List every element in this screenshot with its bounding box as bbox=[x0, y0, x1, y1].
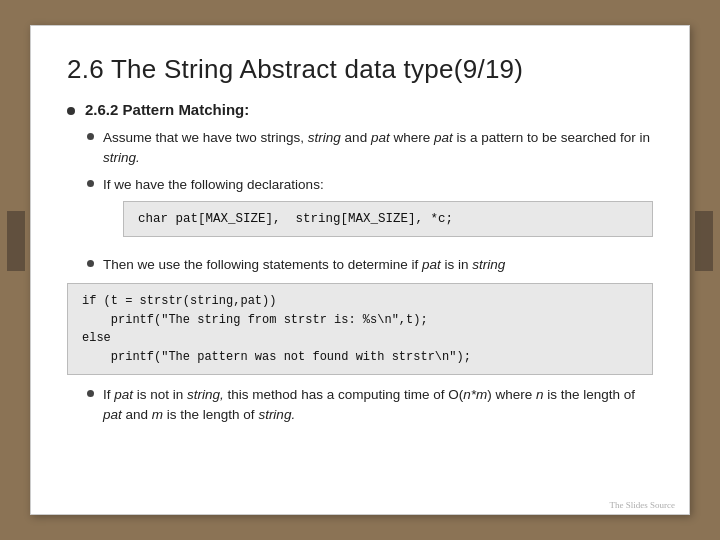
decorative-left bbox=[7, 211, 25, 271]
decorative-right bbox=[695, 211, 713, 271]
l2-bullet-4-text: If pat is not in string, this method has… bbox=[103, 385, 653, 424]
l2-bullet-4: If pat is not in string, this method has… bbox=[87, 385, 653, 424]
l1-bullet: 2.6.2 Pattern Matching: bbox=[67, 101, 653, 118]
code-block-2: if (t = strstr(string,pat)) printf("The … bbox=[67, 283, 653, 375]
bottom-label: The Slides Source bbox=[610, 500, 676, 510]
l2-bullet-3-dot bbox=[87, 260, 94, 267]
l1-bullet-dot bbox=[67, 107, 75, 115]
l2-bullet-3-text: Then we use the following statements to … bbox=[103, 255, 505, 275]
l2-bullet-2-text: If we have the following declarations: bbox=[103, 175, 653, 195]
l2-bullet-4-dot bbox=[87, 390, 94, 397]
slide-container: 2.6 The String Abstract data type(9/19) … bbox=[30, 25, 690, 515]
slide-title: 2.6 The String Abstract data type(9/19) bbox=[67, 54, 653, 85]
l2-bullet-1-text: Assume that we have two strings, string … bbox=[103, 128, 653, 167]
l2-bullet-4-wrapper: If pat is not in string, this method has… bbox=[87, 385, 653, 424]
l2-bullet-2: If we have the following declarations: c… bbox=[87, 175, 653, 247]
code-block-1: char pat[MAX_SIZE], string[MAX_SIZE], *c… bbox=[123, 201, 653, 238]
l2-bullets: Assume that we have two strings, string … bbox=[87, 128, 653, 275]
l2-bullet-1: Assume that we have two strings, string … bbox=[87, 128, 653, 167]
l2-bullet-1-dot bbox=[87, 133, 94, 140]
l2-bullet-3: Then we use the following statements to … bbox=[87, 255, 653, 275]
l2-bullet-2-dot bbox=[87, 180, 94, 187]
l1-bullet-text: 2.6.2 Pattern Matching: bbox=[85, 101, 249, 118]
